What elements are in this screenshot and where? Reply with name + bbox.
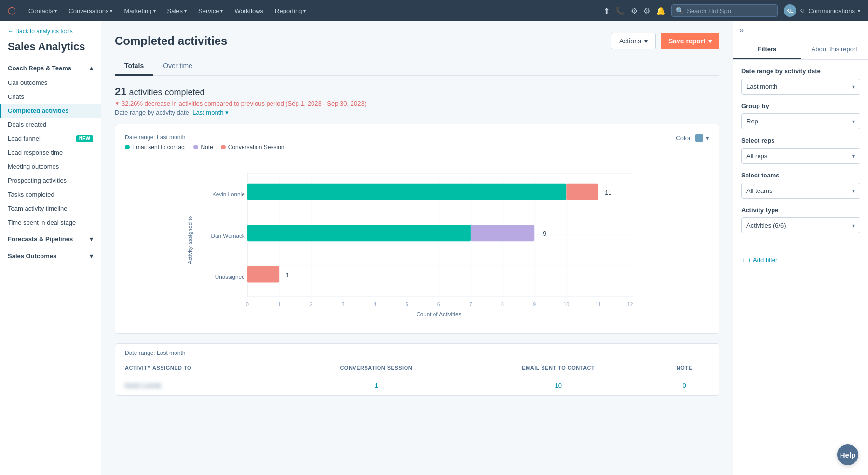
svg-text:4: 4 [374, 301, 377, 307]
sidebar-item-chats[interactable]: Chats [0, 90, 101, 104]
blurred-name: Kevin Lonnie [125, 382, 161, 389]
back-link[interactable]: ← Back to analytics tools [0, 21, 101, 39]
color-picker[interactable]: Color: ▾ [676, 134, 709, 142]
search-input[interactable] [687, 7, 773, 14]
sidebar-item-prospecting[interactable]: Prospecting activities [0, 174, 101, 188]
search-icon: 🔍 [676, 7, 684, 14]
filter-label-date: Date range by activity date [741, 68, 860, 75]
nav-right: ⬆ 📞 ⚙ ⚙ 🔔 🔍 KL KL Communications ▾ [603, 4, 860, 17]
chevron-down-icon: ▾ [708, 37, 712, 45]
svg-text:1: 1 [286, 271, 289, 279]
panel-tab-filters[interactable]: Filters [733, 40, 801, 59]
main-content: Completed activities Actions ▾ Save repo… [101, 21, 733, 475]
user-menu[interactable]: KL KL Communications ▾ [784, 4, 860, 17]
sidebar-item-time-deal[interactable]: Time spent in deal stage [0, 216, 101, 230]
collapse-panel-button[interactable]: » [733, 21, 868, 40]
add-filter-button[interactable]: + + Add filter [733, 249, 868, 271]
svg-text:Activity assigned to: Activity assigned to [187, 216, 193, 264]
chevron-down-icon: ▾ [644, 37, 648, 45]
activity-type-select[interactable]: Activities (6/6) ▾ [741, 217, 860, 233]
legend-email: Email sent to contact [125, 144, 186, 150]
svg-rect-20 [247, 184, 566, 200]
col-header-email: EMAIL SENT TO CONTACT [467, 360, 650, 376]
notifications-icon[interactable]: 🔔 [656, 6, 665, 15]
sidebar-item-team-activity[interactable]: Team activity timeline [0, 202, 101, 216]
sidebar-section-forecasts[interactable]: Forecasts & Pipelines ▾ [0, 231, 101, 246]
save-report-button[interactable]: Save report ▾ [661, 33, 719, 49]
sidebar-section-coach[interactable]: Coach Reps & Teams ▴ [0, 61, 101, 76]
chevron-down-icon: ▾ [303, 8, 306, 14]
date-range-link[interactable]: Last month ▾ [192, 109, 229, 116]
chevron-down-icon: ▾ [184, 8, 187, 14]
chevron-down-icon: ▾ [90, 252, 93, 259]
tab-totals[interactable]: Totals [115, 57, 153, 76]
panel-tabs: Filters About this report [733, 40, 868, 60]
legend-note: Note [193, 144, 213, 150]
chevron-down-icon: ▾ [706, 135, 709, 142]
teams-select[interactable]: All teams ▾ [741, 183, 860, 199]
filter-section: Date range by activity date Last month ▾… [733, 60, 868, 249]
sidebar-item-tasks-completed[interactable]: Tasks completed [0, 188, 101, 202]
marketplace-icon[interactable]: ⚙ [631, 6, 637, 15]
sidebar-item-lead-response[interactable]: Lead response time [0, 146, 101, 160]
help-button[interactable]: Help [837, 444, 858, 465]
hubspot-logo[interactable]: ⬡ [8, 5, 16, 16]
date-range-selector: Date range by activity date: Last month … [115, 109, 719, 116]
cell-conversation: 1 [285, 376, 467, 395]
avatar: KL [784, 4, 796, 17]
sidebar-item-meeting-outcomes[interactable]: Meeting outcomes [0, 160, 101, 174]
tab-over-time[interactable]: Over time [153, 57, 202, 76]
table-header-row: ACTIVITY ASSIGNED TO CONVERSATION SESSIO… [115, 360, 719, 376]
stat-count: 21 [115, 85, 126, 97]
actions-button[interactable]: Actions ▾ [611, 33, 656, 49]
svg-text:11: 11 [605, 189, 611, 196]
svg-text:9: 9 [543, 230, 546, 237]
svg-text:6: 6 [437, 301, 440, 307]
svg-text:1: 1 [278, 301, 281, 307]
sidebar-item-deals-created[interactable]: Deals created [0, 118, 101, 132]
bar-chart-container: Activity assigned to [125, 158, 709, 324]
table-row: Kevin Lonnie 1 10 0 [115, 376, 719, 395]
nav-conversations[interactable]: Conversations ▾ [64, 7, 117, 14]
search-box[interactable]: 🔍 [671, 4, 778, 17]
main-tabs: Totals Over time [115, 57, 719, 76]
upgrade-icon[interactable]: ⬆ [603, 6, 610, 15]
nav-workflows[interactable]: Workflows [230, 7, 268, 14]
chevron-down-icon: ▾ [110, 8, 112, 14]
chevron-down-icon: ▾ [852, 188, 855, 194]
col-header-note: NOTE [650, 360, 719, 376]
svg-text:5: 5 [406, 301, 408, 307]
svg-text:11: 11 [596, 301, 601, 307]
panel-tab-about[interactable]: About this report [801, 40, 868, 59]
nav-contacts[interactable]: Contacts ▾ [24, 7, 62, 14]
svg-text:2: 2 [310, 301, 312, 307]
sidebar-item-call-outcomes[interactable]: Call outcomes [0, 76, 101, 90]
legend-conversation: Conversation Session [221, 144, 285, 150]
nav-reporting[interactable]: Reporting ▾ [270, 7, 311, 14]
nav-service[interactable]: Service ▾ [193, 7, 228, 14]
svg-text:7: 7 [469, 301, 472, 307]
reps-select[interactable]: All reps ▾ [741, 148, 860, 164]
nav-sales[interactable]: Sales ▾ [163, 7, 192, 14]
sidebar-item-lead-funnel[interactable]: Lead funnel NEW [0, 132, 101, 146]
legend-dot-email [125, 145, 130, 149]
settings-icon[interactable]: ⚙ [643, 6, 650, 15]
svg-text:10: 10 [563, 301, 569, 307]
chevron-up-icon: ▴ [90, 65, 93, 72]
sidebar: ← Back to analytics tools Sales Analytic… [0, 21, 101, 475]
chevron-down-icon: ▾ [153, 8, 156, 14]
date-range-filter-select[interactable]: Last month ▾ [741, 79, 860, 95]
sidebar-section-sales-outcomes[interactable]: Sales Outcomes ▾ [0, 248, 101, 263]
nav-left: ⬡ Contacts ▾ Conversations ▾ Marketing ▾… [8, 5, 311, 16]
col-header-assigned: ACTIVITY ASSIGNED TO [115, 360, 285, 376]
group-by-select[interactable]: Rep ▾ [741, 113, 860, 129]
sidebar-item-completed-activities[interactable]: Completed activities [0, 104, 101, 118]
top-navigation: ⬡ Contacts ▾ Conversations ▾ Marketing ▾… [0, 0, 868, 21]
phone-icon[interactable]: 📞 [615, 6, 625, 15]
cell-email: 10 [467, 376, 650, 395]
app-body: ← Back to analytics tools Sales Analytic… [0, 21, 868, 475]
page-title: Completed activities [115, 34, 227, 48]
color-swatch [695, 134, 703, 142]
activity-table: ACTIVITY ASSIGNED TO CONVERSATION SESSIO… [115, 360, 719, 395]
nav-marketing[interactable]: Marketing ▾ [119, 7, 160, 14]
